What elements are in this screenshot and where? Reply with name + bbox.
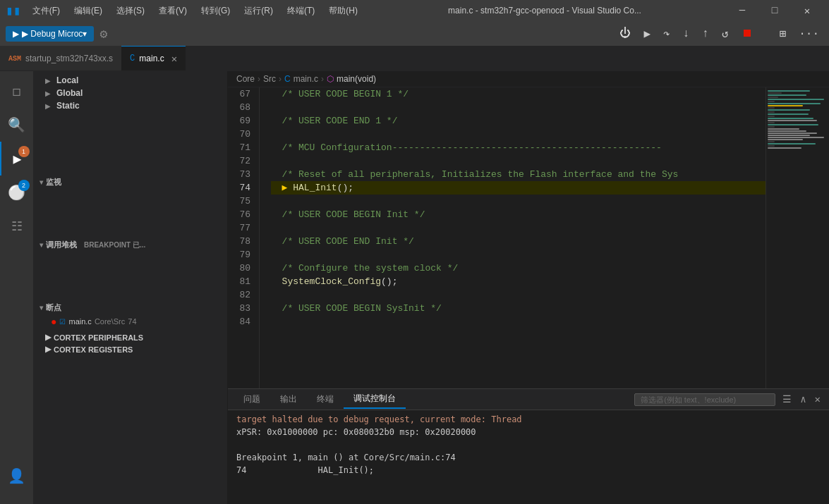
minimap-line <box>768 147 801 149</box>
activity-explorer[interactable]: ◻ <box>0 74 34 108</box>
layout-icon[interactable]: ⊞ <box>775 24 791 44</box>
activity-debug[interactable]: ▶ 1 <box>0 142 34 176</box>
variables-section: ▶ Local ▶ Global ▶ Static <box>34 71 227 115</box>
breadcrumb-core: Core <box>236 74 255 84</box>
breakpoint-item[interactable]: ● ☑ main.c Core\Src 74 <box>34 314 227 328</box>
minimap-line <box>768 137 824 138</box>
line-num-71: 71 <box>234 141 250 154</box>
maximize-button[interactable]: □ <box>758 0 791 21</box>
chevron-up-icon[interactable]: ∧ <box>797 392 809 407</box>
variables-local-item[interactable]: ▶ Local <box>34 74 227 87</box>
menu-goto[interactable]: 转到(G) <box>195 4 236 18</box>
c-icon: C <box>284 74 291 84</box>
line-numbers: 67 68 69 70 71 72 73 74 75 76 77 78 79 8… <box>228 87 260 388</box>
tab-terminal[interactable]: 终端 <box>307 391 344 408</box>
debug-output-line-2: xPSR: 0x01000000 pc: 0x080032b0 msp: 0x2… <box>236 426 821 438</box>
debug-microcontroller-button[interactable]: ▶ ▶ Debug Microc▾ <box>6 26 94 42</box>
debug-output-line-1: target halted due to debug request, curr… <box>236 413 821 426</box>
tab-main-label: main.c <box>139 54 164 63</box>
debug-badge: 1 <box>18 146 30 157</box>
bottom-tab-icons: ☰ ∧ ✕ <box>780 392 823 407</box>
power-icon[interactable]: ⏻ <box>615 24 635 43</box>
tab-main-close[interactable]: ✕ <box>171 53 177 65</box>
callstack-title[interactable]: ▾ 调用堆栈 BREAKPOINT 已... <box>34 237 227 252</box>
window-controls: ─ □ ✕ <box>726 0 823 21</box>
minimap-line <box>768 122 775 123</box>
menu-edit[interactable]: 编辑(E) <box>68 4 108 18</box>
more-actions-icon[interactable]: ··· <box>794 25 823 43</box>
activity-git[interactable]: ⚪ 2 <box>0 176 34 209</box>
minimap-line <box>768 113 809 115</box>
variables-global-item[interactable]: ▶ Global <box>34 87 227 99</box>
menu-file[interactable]: 文件(F) <box>27 4 66 18</box>
config-icon[interactable]: ⚙ <box>99 26 107 42</box>
spacer3 <box>34 254 227 297</box>
code-line-75 <box>271 195 766 208</box>
breakpoints-label: 断点 <box>46 302 61 313</box>
menu-help[interactable]: 帮助(H) <box>323 4 363 18</box>
tab-problems[interactable]: 问题 <box>234 391 270 408</box>
arrow-icon: ▶ <box>45 102 51 110</box>
code-content[interactable]: /* USER CODE BEGIN 1 */ /* USER CODE END… <box>260 87 766 388</box>
window-title: main.c - stm32h7-gcc-openocd - Visual St… <box>448 6 641 16</box>
spacer <box>34 115 227 171</box>
minimap-line <box>768 120 817 121</box>
minimap-line <box>768 145 775 147</box>
monitor-title[interactable]: ▾ 监视 <box>34 174 227 189</box>
arrow-icon: ▶ <box>45 90 51 97</box>
continue-icon[interactable]: ▶ <box>639 24 655 44</box>
list-icon[interactable]: ☰ <box>780 392 794 407</box>
cortex-registers-item[interactable]: ▶ CORTEX REGISTERS <box>34 343 227 355</box>
minimap <box>766 87 829 388</box>
activity-extensions[interactable]: ☷ <box>0 209 34 243</box>
menu-select[interactable]: 选择(S) <box>111 4 150 18</box>
step-into-icon[interactable]: ↓ <box>679 25 694 43</box>
step-out-icon[interactable]: ↑ <box>698 25 713 43</box>
tab-startup-label: startup_stm32h743xx.s <box>25 54 113 63</box>
minimize-button[interactable]: ─ <box>726 0 758 21</box>
minimap-line <box>768 107 775 109</box>
code-line-71: /* MCU Configuration--------------------… <box>271 141 766 154</box>
variables-static-item[interactable]: ▶ Static <box>34 99 227 112</box>
line-num-75: 75 <box>234 195 250 208</box>
line-num-78: 78 <box>234 235 250 248</box>
spacer2 <box>34 192 227 234</box>
stop-icon[interactable]: ⏹ <box>737 24 757 43</box>
tab-output[interactable]: 输出 <box>270 391 307 408</box>
restart-icon[interactable]: ↺ <box>718 24 733 44</box>
tab-startup[interactable]: ASM startup_stm32h743xx.s <box>0 46 121 70</box>
cortex-peripherals-item[interactable]: ▶ CORTEX PERIPHERALS <box>34 331 227 343</box>
code-line-82 <box>271 288 766 302</box>
activity-settings[interactable]: ⚙ <box>0 493 34 504</box>
step-over-icon[interactable]: ↷ <box>659 24 674 44</box>
line-num-82: 82 <box>234 288 250 302</box>
cortex-registers-label: CORTEX REGISTERS <box>54 345 133 354</box>
code-line-84 <box>271 315 766 328</box>
breadcrumb-sep: › <box>258 74 260 84</box>
titlebar-left: ▮▮ 文件(F) 编辑(E) 选择(S) 查看(V) 转到(G) 运行(R) 终… <box>6 3 363 18</box>
minimap-line <box>768 99 824 100</box>
menu-run[interactable]: 运行(R) <box>238 4 279 18</box>
close-button[interactable]: ✕ <box>791 0 823 21</box>
minimap-line <box>768 90 810 92</box>
titlebar-menu: 文件(F) 编辑(E) 选择(S) 查看(V) 转到(G) 运行(R) 终端(T… <box>27 4 363 18</box>
menu-view[interactable]: 查看(V) <box>153 4 193 18</box>
main-area: ◻ 🔍 ▶ 1 ⚪ 2 ☷ 👤 ⚙ ▶ Local <box>0 71 829 504</box>
minimap-line <box>768 130 806 132</box>
code-line-78: /* USER CODE END Init */ <box>271 235 766 248</box>
line-num-70: 70 <box>234 128 250 141</box>
activity-search[interactable]: 🔍 <box>0 108 34 142</box>
debug-filter-input[interactable] <box>634 393 775 406</box>
tab-main[interactable]: C main.c ✕ <box>121 46 186 70</box>
debug-toolbar: ▶ ▶ Debug Microc▾ ⚙ ⏻ ▶ ↷ ↓ ↑ ↺ ⏹ ⊞ ··· <box>0 21 829 47</box>
breadcrumb-sep2: › <box>279 74 282 84</box>
chevron-down-icon: ▾ <box>40 178 43 186</box>
breakpoints-title[interactable]: ▾ 断点 <box>34 300 227 314</box>
minimap-line <box>768 111 775 113</box>
tab-debug-console[interactable]: 调试控制台 <box>344 390 406 409</box>
code-line-68 <box>271 101 766 114</box>
activity-account[interactable]: 👤 <box>0 459 34 493</box>
close-panel-icon[interactable]: ✕ <box>812 392 823 407</box>
activity-bottom-group: 👤 ⚙ <box>0 459 34 504</box>
menu-terminal[interactable]: 终端(T) <box>282 4 320 18</box>
